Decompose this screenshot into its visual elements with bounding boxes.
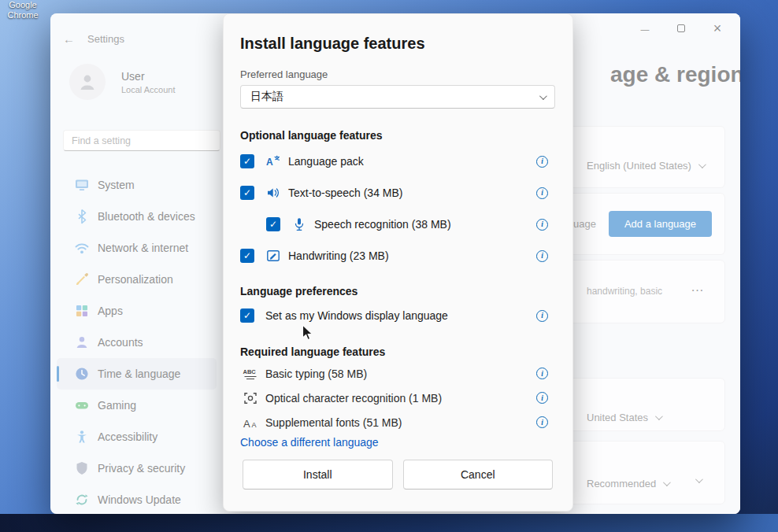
language-pack-checkbox[interactable]: [240, 154, 254, 168]
optional-features-header: Optional language features: [240, 129, 382, 142]
svg-text:A: A: [252, 420, 257, 428]
info-icon[interactable]: [536, 310, 548, 322]
preferred-language-label: Preferred language: [240, 68, 328, 80]
info-icon[interactable]: [536, 219, 548, 231]
basic-typing-icon: ABC: [243, 366, 258, 382]
required-row-supplemental-fonts: AA Supplemental fonts (51 MB): [240, 410, 558, 434]
preferred-language-value: 日本語: [250, 90, 283, 104]
info-icon[interactable]: [536, 250, 548, 262]
feature-label: Language pack: [288, 155, 364, 168]
info-icon[interactable]: [536, 392, 548, 404]
wallpaper-bottom-band: [0, 514, 778, 532]
info-icon[interactable]: [536, 368, 548, 379]
language-preferences-header: Language preferences: [240, 285, 358, 297]
feature-row-speech-recognition: Speech recognition (38 MB): [240, 209, 558, 240]
text-to-speech-checkbox[interactable]: [240, 186, 254, 200]
handwriting-icon: [265, 248, 281, 264]
feature-label: Optical character recognition (1 MB): [265, 392, 442, 405]
feature-label: Supplemental fonts (51 MB): [265, 416, 402, 429]
required-features-header: Required language features: [240, 345, 385, 358]
svg-text:A: A: [266, 157, 273, 168]
info-icon[interactable]: [536, 156, 548, 168]
info-icon[interactable]: [536, 187, 548, 199]
display-language-checkbox[interactable]: [240, 308, 254, 323]
microphone-icon: [291, 216, 307, 232]
chrome-icon-label: Google Chrome: [7, 0, 38, 20]
install-language-features-dialog: Install language features Preferred lang…: [223, 13, 573, 512]
speech-recognition-checkbox[interactable]: [266, 217, 280, 231]
choose-different-language-link[interactable]: Choose a different language: [240, 436, 379, 449]
chevron-down-icon: [539, 92, 547, 100]
ocr-icon: [243, 390, 258, 406]
text-to-speech-icon: [265, 185, 281, 201]
cancel-button[interactable]: Cancel: [403, 460, 554, 490]
required-row-ocr: Optical character recognition (1 MB): [240, 386, 558, 410]
dialog-title: Install language features: [240, 35, 425, 53]
settings-window: Settings User Local Account System Bluet…: [50, 13, 740, 514]
preferred-language-dropdown[interactable]: 日本語: [240, 85, 555, 109]
feature-label: Text-to-speech (34 MB): [288, 187, 403, 199]
required-row-basic-typing: ABC Basic typing (58 MB): [240, 361, 558, 386]
language-pack-icon: A: [265, 153, 281, 169]
feature-label: Basic typing (58 MB): [265, 368, 367, 380]
feature-label: Speech recognition (38 MB): [314, 218, 451, 231]
feature-row-display-language: Set as my Windows display language: [240, 300, 558, 331]
info-icon[interactable]: [536, 416, 548, 428]
desktop-icon-chrome[interactable]: Google Chrome: [0, 0, 46, 20]
handwriting-checkbox[interactable]: [240, 249, 254, 263]
feature-row-text-to-speech: Text-to-speech (34 MB): [240, 177, 558, 209]
install-button[interactable]: Install: [243, 460, 393, 490]
feature-row-language-pack: A Language pack: [240, 146, 558, 177]
mouse-cursor: [302, 324, 314, 345]
feature-label: Handwriting (23 MB): [288, 249, 389, 262]
svg-text:A: A: [243, 417, 250, 429]
svg-text:ABC: ABC: [243, 368, 257, 375]
fonts-icon: AA: [243, 415, 258, 430]
feature-row-handwriting: Handwriting (23 MB): [240, 240, 558, 272]
feature-label: Set as my Windows display language: [265, 309, 448, 322]
